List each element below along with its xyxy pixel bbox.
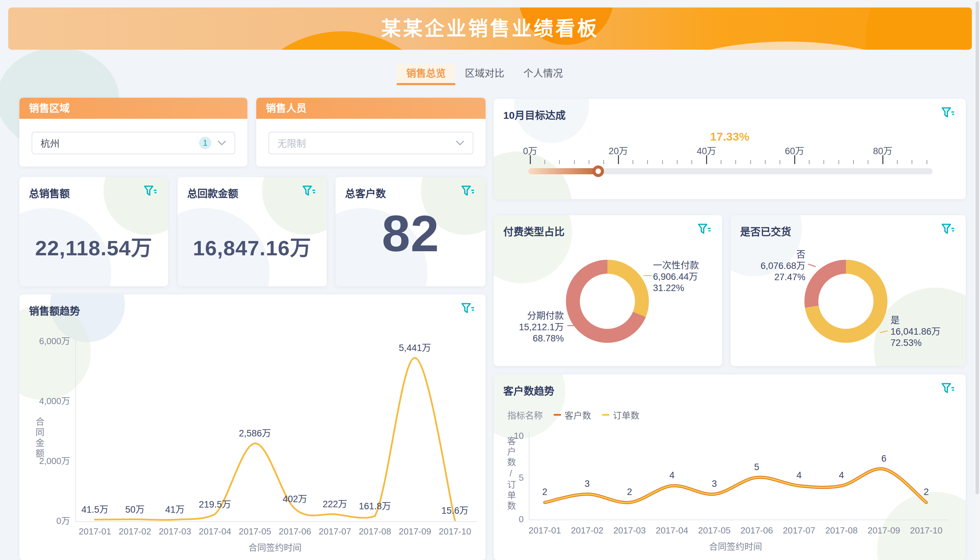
slice-value: 6,906.44万 — [653, 271, 699, 283]
svg-text:161.8万: 161.8万 — [359, 501, 391, 511]
region-select-value: 杭州 — [40, 136, 60, 150]
gauge-tick — [544, 160, 545, 164]
gauge-tick — [662, 160, 663, 164]
filter-salesperson-title: 销售人员 — [256, 98, 486, 119]
slice-name: 分期付款 — [496, 310, 564, 322]
svg-text:10: 10 — [514, 431, 524, 441]
svg-text:2017-05: 2017-05 — [698, 525, 730, 535]
slice-value: 6,076.68万 — [736, 260, 805, 272]
target-gauge-title: 10月目标达成 — [503, 107, 566, 122]
gauge-tick — [809, 160, 810, 164]
svg-text:402万: 402万 — [283, 494, 307, 504]
filter-funnel-icon[interactable] — [941, 223, 955, 235]
svg-text:2017-10: 2017-10 — [439, 526, 471, 537]
svg-text:2017-09: 2017-09 — [868, 525, 900, 535]
svg-text:4: 4 — [669, 470, 674, 480]
gauge-tick — [868, 160, 869, 164]
gauge-tick — [912, 160, 912, 164]
chevron-down-icon — [456, 140, 464, 146]
sales-trend-card: 销售额趋势 合同金额 0万2,000万4,000万6,000万2017-0120… — [19, 295, 486, 560]
svg-text:50万: 50万 — [125, 505, 145, 515]
delivery-status-title: 是否已交货 — [740, 223, 791, 238]
target-gauge-card: 10月目标达成 17.33% 0万20万40万60万80万 — [494, 99, 966, 199]
pie-label-no: 否 6,076.68万 27.47% — [736, 249, 805, 283]
legend-item-orders[interactable]: 订单数 — [602, 408, 639, 421]
svg-text:219.5万: 219.5万 — [199, 499, 231, 510]
delivery-status-donut — [804, 260, 887, 343]
kpi-title: 总回款金额 — [187, 185, 238, 200]
svg-text:2017-02: 2017-02 — [119, 526, 151, 537]
svg-text:2017-04: 2017-04 — [199, 526, 231, 537]
region-select[interactable]: 杭州 1 — [32, 132, 235, 154]
gauge-slider-handle[interactable] — [592, 165, 604, 177]
decorative-blob — [262, 177, 327, 235]
filter-funnel-icon[interactable] — [697, 223, 711, 235]
svg-text:222万: 222万 — [323, 499, 347, 509]
svg-text:5: 5 — [754, 462, 759, 472]
svg-text:4,000万: 4,000万 — [39, 396, 70, 406]
payment-type-title: 付费类型占比 — [503, 223, 564, 238]
gauge-tick — [677, 160, 677, 164]
tab-personal[interactable]: 个人情况 — [514, 64, 572, 83]
dashboard-banner: 某某企业销售业绩看板 — [8, 7, 972, 50]
gauge-tick — [618, 155, 619, 164]
payment-type-card: 付费类型占比 一次性付款 6,906.44万 31.22% 分期付款 15,21… — [494, 215, 722, 366]
kpi-title: 总客户数 — [345, 185, 386, 200]
scrollbar-thumb[interactable] — [975, 2, 979, 494]
svg-text:5,441万: 5,441万 — [399, 343, 431, 353]
svg-text:合同签约时间: 合同签约时间 — [248, 543, 301, 553]
svg-text:2017-08: 2017-08 — [359, 526, 391, 537]
legend-dash-icon — [602, 414, 609, 416]
gauge-tick — [824, 160, 824, 164]
filter-card-region: 销售区域 杭州 1 — [19, 98, 247, 167]
legend-item-customers[interactable]: 客户数 — [554, 408, 591, 421]
svg-text:2017-03: 2017-03 — [613, 525, 646, 535]
pie-label-yes: 是 16,041.86万 72.53% — [890, 315, 940, 348]
gauge-tick — [882, 155, 883, 164]
filter-funnel-icon[interactable] — [941, 107, 955, 119]
legend-title: 指标名称 — [507, 408, 543, 421]
gauge-track — [528, 168, 933, 174]
filter-funnel-icon[interactable] — [302, 185, 316, 197]
kpi-card-total-payment: 总回款金额 16,847.16万 — [178, 177, 327, 286]
legend-label: 客户数 — [564, 408, 591, 421]
filter-funnel-icon[interactable] — [941, 383, 955, 395]
svg-text:2017-08: 2017-08 — [825, 525, 857, 535]
kpi-value: 16,847.16万 — [178, 231, 327, 262]
svg-text:0万: 0万 — [57, 516, 70, 526]
slice-name: 一次性付款 — [653, 260, 699, 271]
tab-sales-overview[interactable]: 销售总览 — [397, 64, 455, 85]
gauge-tick — [574, 160, 575, 164]
slice-name: 否 — [736, 249, 805, 260]
tab-region-compare[interactable]: 区域对比 — [455, 64, 514, 83]
svg-text:2017-10: 2017-10 — [910, 525, 942, 535]
svg-text:4: 4 — [839, 470, 844, 480]
kpi-card-total-customers: 总客户数 82 — [336, 177, 486, 286]
chart-legend: 指标名称 客户数 订单数 — [507, 408, 639, 421]
filter-funnel-icon[interactable] — [461, 303, 475, 315]
label-connector — [644, 275, 652, 276]
slice-name: 是 — [890, 315, 940, 326]
gauge-tick — [589, 160, 589, 164]
gauge-fill — [528, 168, 598, 174]
svg-text:41万: 41万 — [165, 505, 185, 515]
gauge-tick — [706, 155, 707, 164]
svg-text:5: 5 — [519, 473, 524, 483]
gauge-tick — [897, 160, 898, 164]
svg-text:2017-09: 2017-09 — [399, 526, 431, 537]
sales-trend-chart: 0万2,000万4,000万6,000万2017-012017-022017-0… — [19, 295, 486, 560]
salesperson-select[interactable]: 无限制 — [268, 132, 473, 154]
filter-funnel-icon[interactable] — [143, 185, 157, 197]
gauge-tick — [647, 160, 648, 164]
gauge-tick — [765, 160, 765, 164]
svg-text:2017-01: 2017-01 — [78, 526, 111, 537]
svg-text:15.6万: 15.6万 — [441, 505, 469, 516]
slice-percent: 72.53% — [890, 337, 940, 348]
filter-funnel-icon[interactable] — [461, 185, 475, 197]
delivery-status-card: 是否已交货 否 6,076.68万 27.47% 是 16,041.86万 72… — [730, 215, 966, 366]
selection-count-badge: 1 — [199, 137, 211, 149]
svg-text:6,000万: 6,000万 — [39, 336, 70, 346]
gauge-tick — [632, 160, 633, 164]
svg-text:2,586万: 2,586万 — [239, 428, 271, 438]
svg-text:4: 4 — [797, 470, 802, 480]
